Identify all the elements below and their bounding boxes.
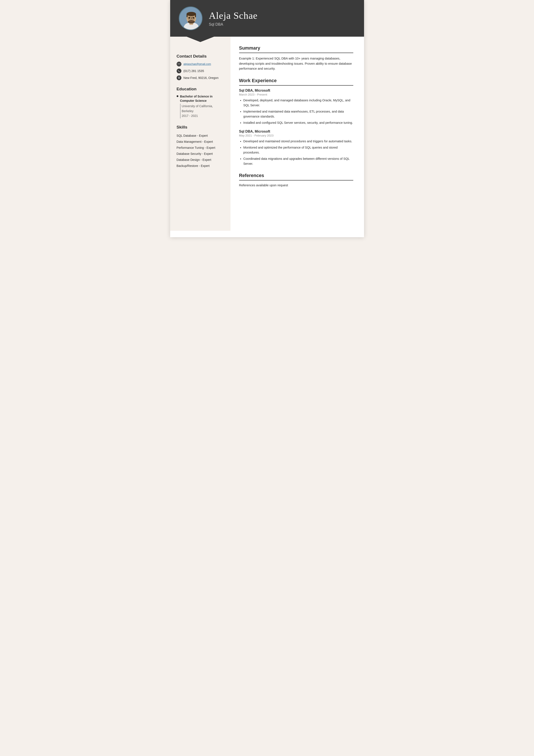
svg-rect-5 (187, 14, 188, 17)
email-item: alejaschae@gmail.com (177, 62, 224, 67)
skill-item: Data Management - Expert (177, 139, 224, 145)
job-block-0: Sql DBA, MicrosoftMarch 2023 - PresentDe… (239, 89, 353, 125)
job-bullet-item: Implemented and maintained data warehous… (243, 109, 353, 119)
references-text: References available upon request (239, 183, 353, 187)
svg-point-13 (191, 19, 192, 20)
job-bullet-item: Monitored and optimized the performance … (243, 145, 353, 155)
phone-icon (177, 68, 181, 73)
edu-degree: Bachelor of Science in Computer Science (180, 94, 224, 103)
skills-section: Skills SQL Database - ExpertData Managem… (177, 125, 224, 169)
svg-marker-14 (170, 30, 231, 42)
email-address[interactable]: alejaschae@gmail.com (184, 63, 211, 66)
contact-section-title: Contact Details (177, 54, 224, 59)
edu-details: University of California, Berkeley 2017 … (180, 104, 224, 119)
job-dates-0: March 2023 - Present (239, 93, 353, 96)
location-item: New Fred, 90216, Oregon (177, 75, 224, 80)
job-bullets-1: Developed and maintained stored procedur… (239, 139, 353, 166)
skills-section-title: Skills (177, 125, 224, 130)
job-bullet-item: Installed and configured SQL Server serv… (243, 120, 353, 125)
job-bullet-item: Developed, deployed, and managed databas… (243, 98, 353, 108)
work-experience-section: Work Experience Sql DBA, MicrosoftMarch … (239, 78, 353, 166)
job-dates-1: May 2021 - February 2023 (239, 134, 353, 137)
location-address: New Fred, 90216, Oregon (184, 76, 219, 80)
skill-item: Database Design - Expert (177, 157, 224, 163)
svg-point-4 (187, 12, 196, 16)
edu-years: 2017 - 2021 (182, 114, 198, 118)
work-experience-title: Work Experience (239, 78, 353, 86)
skill-item: SQL Database - Expert (177, 133, 224, 139)
education-section: Education Bachelor of Science in Compute… (177, 87, 224, 119)
email-icon (177, 62, 181, 67)
references-title: References (239, 173, 353, 180)
resume-document: Aleja Schae Sql DBA Contact Details (170, 0, 364, 237)
svg-rect-6 (195, 14, 196, 17)
edu-bullet-icon (177, 95, 178, 97)
job-bullet-item: Developed and maintained stored procedur… (243, 139, 353, 144)
sidebar: Contact Details alejaschae@gmail.com (170, 37, 231, 231)
job-bullets-0: Developed, deployed, and managed databas… (239, 98, 353, 125)
contact-section: Contact Details alejaschae@gmail.com (177, 54, 224, 80)
job-bullet-item: Coordinated data migrations and upgrades… (243, 156, 353, 166)
skill-item: Performance Tuning - Expert (177, 145, 224, 151)
content-area: Summary Example 1: Experienced SQL DBA w… (231, 37, 364, 231)
summary-section: Summary Example 1: Experienced SQL DBA w… (239, 45, 353, 71)
skill-item: Backup/Restore - Expert (177, 163, 224, 169)
job-title-0: Sql DBA, Microsoft (239, 89, 353, 93)
location-icon (177, 75, 181, 80)
jobs-list: Sql DBA, MicrosoftMarch 2023 - PresentDe… (239, 89, 353, 166)
education-section-title: Education (177, 87, 224, 92)
summary-text: Example 1: Experienced SQL DBA with 10+ … (239, 56, 353, 71)
svg-point-8 (189, 17, 190, 19)
skills-list: SQL Database - ExpertData Management - E… (177, 133, 224, 169)
phone-number: (017) 281 1535 (184, 69, 204, 73)
candidate-title: Sql DBA (209, 22, 258, 27)
references-section: References References available upon req… (239, 173, 353, 187)
job-block-1: Sql DBA, MicrosoftMay 2021 - February 20… (239, 130, 353, 166)
svg-point-17 (179, 77, 179, 78)
candidate-name: Aleja Schae (209, 10, 258, 21)
avatar (179, 7, 202, 30)
main-layout: Contact Details alejaschae@gmail.com (170, 37, 364, 231)
skill-item: Database Security - Expert (177, 151, 224, 157)
job-title-1: Sql DBA, Microsoft (239, 130, 353, 133)
svg-point-9 (192, 17, 194, 19)
edu-institution: University of California, Berkeley (182, 104, 213, 113)
education-item: Bachelor of Science in Computer Science … (177, 94, 224, 119)
svg-point-7 (188, 20, 195, 23)
header-info: Aleja Schae Sql DBA (209, 10, 258, 27)
phone-item: (017) 281 1535 (177, 68, 224, 73)
summary-title: Summary (239, 45, 353, 53)
svg-rect-15 (178, 63, 180, 65)
